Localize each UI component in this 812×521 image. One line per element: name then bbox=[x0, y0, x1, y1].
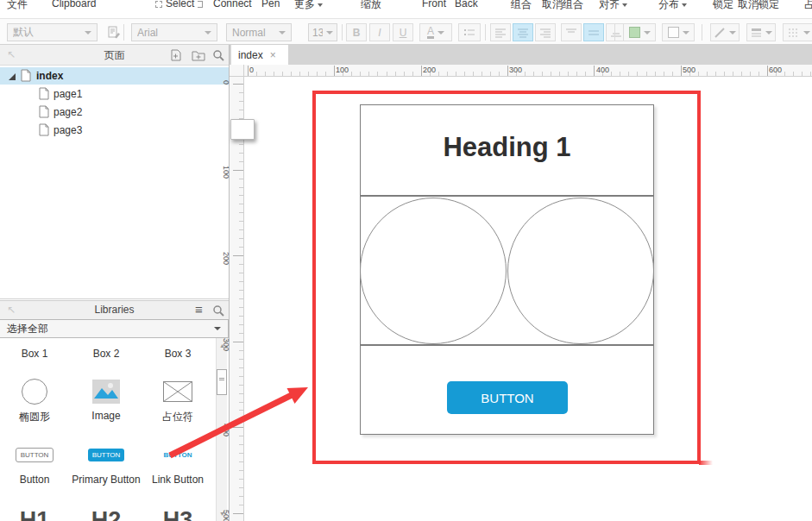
canvas-tab-bar: index × bbox=[230, 45, 812, 65]
chevron-down-icon bbox=[318, 3, 323, 7]
align-left-button[interactable] bbox=[490, 23, 511, 41]
align-center-button[interactable] bbox=[513, 23, 533, 41]
search-icon[interactable] bbox=[212, 304, 224, 317]
chevron-down-icon bbox=[437, 31, 444, 35]
tree-item-index[interactable]: index bbox=[0, 67, 229, 85]
valign-bottom-icon bbox=[610, 28, 622, 38]
format-painter-button[interactable] bbox=[104, 23, 124, 41]
line-weight-button[interactable] bbox=[746, 23, 776, 41]
bold-button[interactable]: B bbox=[346, 23, 367, 41]
library-item-primary-button[interactable]: BUTTON bbox=[70, 447, 142, 462]
chevron-down-icon bbox=[622, 3, 627, 7]
menu-front[interactable]: Front bbox=[422, 0, 446, 9]
tree-item-page2[interactable]: page2 bbox=[0, 104, 229, 121]
fill-color-button[interactable] bbox=[623, 23, 656, 41]
tab-index[interactable]: index × bbox=[231, 45, 288, 65]
chevron-down-icon bbox=[682, 3, 687, 7]
page-icon bbox=[39, 105, 49, 118]
menu-group[interactable]: 组合 bbox=[511, 0, 532, 12]
axure-app-window: 文件 Clipboard Select Connect Pen 更多 缩放 Fr… bbox=[0, 0, 812, 521]
menu-clipped-item[interactable]: 占 bbox=[804, 0, 812, 12]
pages-tree: index page1 page2 page3 bbox=[0, 66, 229, 299]
library-items-grid: Box 1 Box 2 Box 3 椭圆形 Image 占位符 BUTTON bbox=[0, 338, 216, 521]
pages-panel-header: ↖ 页面 bbox=[0, 45, 229, 66]
library-item-h3[interactable]: H3 bbox=[142, 507, 214, 521]
font-weight-select[interactable]: Normal bbox=[226, 23, 292, 41]
select-mode-caret-icon bbox=[198, 1, 203, 8]
placeholder-icon bbox=[163, 381, 192, 402]
font-color-button[interactable]: A bbox=[419, 23, 452, 41]
select-mode-icon bbox=[155, 1, 162, 8]
page-icon bbox=[39, 87, 49, 100]
fill-color-swatch bbox=[629, 27, 640, 38]
menu-pen[interactable]: Pen bbox=[261, 0, 280, 9]
image-icon bbox=[92, 380, 120, 404]
list-bullets-icon bbox=[463, 28, 475, 38]
chevron-down-icon bbox=[85, 31, 91, 35]
valign-top-icon bbox=[565, 28, 577, 38]
underline-button[interactable]: U bbox=[393, 23, 413, 41]
annotation-rectangle bbox=[312, 91, 701, 464]
align-right-button[interactable] bbox=[535, 23, 556, 41]
library-item-image[interactable] bbox=[70, 378, 142, 405]
vertical-ruler: 0 100 200 300 400 500 bbox=[230, 77, 244, 521]
close-tab-icon[interactable]: × bbox=[270, 49, 276, 61]
menu-select-mode[interactable]: Select bbox=[155, 0, 203, 9]
library-item-box1-label[interactable]: Box 1 bbox=[0, 348, 71, 360]
panel-splitter-handle[interactable] bbox=[230, 119, 255, 140]
library-item-button[interactable]: BUTTON bbox=[0, 447, 71, 462]
valign-top-button[interactable] bbox=[561, 23, 582, 41]
font-size-select[interactable]: 13 bbox=[308, 23, 337, 41]
menu-clipboard[interactable]: Clipboard bbox=[52, 0, 96, 9]
menu-file[interactable]: 文件 bbox=[7, 0, 28, 12]
font-family-select[interactable]: Arial bbox=[131, 23, 217, 41]
library-filter-select[interactable]: 选择全部 bbox=[0, 319, 229, 338]
menu-ungroup[interactable]: 取消组合 bbox=[542, 0, 583, 12]
border-style-button[interactable] bbox=[783, 23, 812, 41]
chevron-down-icon bbox=[765, 31, 772, 35]
italic-button[interactable]: I bbox=[369, 23, 390, 41]
line-color-button[interactable] bbox=[710, 23, 740, 41]
menu-unlock[interactable]: 取消锁定 bbox=[738, 0, 779, 12]
tree-item-page1[interactable]: page1 bbox=[0, 85, 229, 103]
valign-middle-button[interactable] bbox=[583, 23, 604, 41]
scrollbar-thumb[interactable] bbox=[217, 369, 227, 395]
library-item-h2[interactable]: H2 bbox=[70, 507, 142, 521]
library-item-button-label: Button bbox=[0, 474, 71, 486]
format-painter-icon bbox=[107, 26, 121, 40]
align-center-icon bbox=[517, 28, 529, 38]
chevron-down-icon bbox=[326, 31, 333, 35]
menu-more[interactable]: 更多 bbox=[294, 0, 323, 12]
menu-distribute[interactable]: 分布 bbox=[658, 0, 687, 12]
horizontal-ruler: 0 100 200 300 400 500 600 bbox=[244, 65, 812, 77]
add-page-icon[interactable] bbox=[170, 49, 182, 61]
shadow-color-button[interactable] bbox=[662, 23, 695, 41]
menu-connect[interactable]: Connect bbox=[213, 0, 252, 9]
primary-button-widget-icon: BUTTON bbox=[88, 449, 125, 461]
format-toolbar: 默认 Arial Normal 13 B I U A bbox=[0, 19, 812, 45]
chevron-down-icon bbox=[279, 31, 286, 35]
library-item-box2-label[interactable]: Box 2 bbox=[70, 348, 142, 360]
library-item-ellipse[interactable] bbox=[0, 378, 71, 405]
list-bullets-button[interactable] bbox=[458, 23, 481, 41]
library-item-h1[interactable]: H1 bbox=[0, 507, 71, 521]
menu-back[interactable]: Back bbox=[455, 0, 478, 9]
library-item-link-button[interactable]: BUTTON bbox=[142, 447, 214, 462]
ellipse-icon bbox=[22, 379, 47, 405]
button-widget-icon: BUTTON bbox=[16, 448, 54, 462]
style-preset-select[interactable]: 默认 bbox=[7, 23, 98, 41]
library-item-primary-button-label: Primary Button bbox=[70, 474, 142, 486]
tree-item-page3[interactable]: page3 bbox=[0, 122, 229, 139]
library-item-placeholder[interactable] bbox=[142, 378, 214, 405]
hamburger-menu-icon[interactable]: ≡ bbox=[195, 302, 203, 317]
tree-expanded-icon[interactable] bbox=[9, 73, 16, 80]
search-icon[interactable] bbox=[212, 49, 224, 61]
add-folder-icon[interactable] bbox=[192, 49, 205, 61]
library-item-box3-label[interactable]: Box 3 bbox=[142, 348, 214, 360]
menu-lock[interactable]: 锁定 bbox=[713, 0, 733, 12]
valign-middle-icon bbox=[588, 28, 600, 38]
line-weight-icon bbox=[751, 28, 762, 38]
menu-zoom[interactable]: 缩放 bbox=[361, 0, 381, 12]
library-item-link-button-label: Link Button bbox=[142, 474, 214, 486]
menu-align[interactable]: 对齐 bbox=[599, 0, 627, 12]
